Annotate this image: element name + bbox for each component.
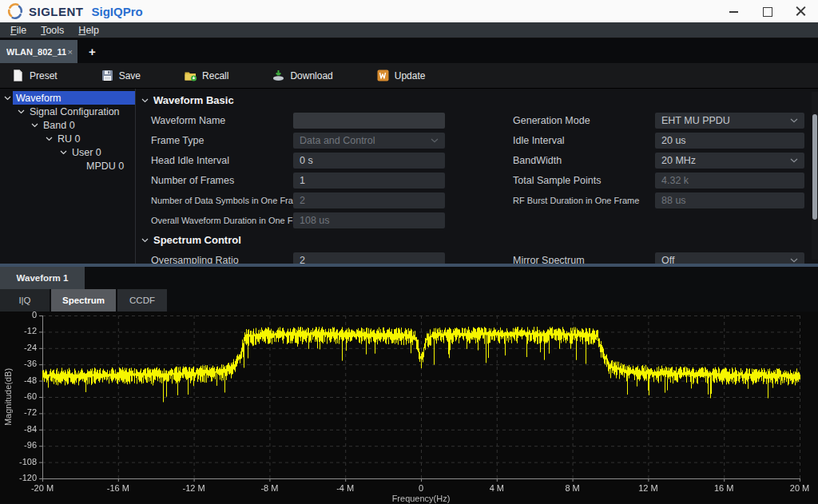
tree-item-ru-0[interactable]: RU 0 (0, 132, 135, 145)
form-panel: Waveform Basic Waveform Name Generation … (136, 89, 818, 264)
tab-spectrum[interactable]: Spectrum (51, 289, 116, 312)
toolbar: Preset Save Recall (0, 63, 818, 89)
siglent-logo-icon (6, 2, 24, 20)
idle-interval-label: Idle Interval (445, 135, 655, 146)
document-tab-bar: WLAN_802_11be × + (0, 38, 818, 63)
rf-burst-input (655, 192, 804, 208)
preset-label: Preset (30, 70, 58, 81)
chevron-down-icon (790, 118, 798, 123)
preset-button[interactable]: Preset (3, 65, 66, 85)
chevron-down-icon[interactable] (43, 133, 54, 145)
config-tree: Waveform Signal Configuration Band 0 RU … (0, 89, 136, 264)
selected-value: Off (661, 255, 674, 264)
section-title: Waveform Basic (153, 94, 234, 106)
tree-item-band-0[interactable]: Band 0 (0, 118, 135, 132)
form-scrollbar[interactable] (812, 92, 818, 260)
bandwidth-select[interactable]: 20 MHz (655, 153, 804, 169)
download-button[interactable]: Download (264, 65, 340, 85)
chevron-down-icon[interactable] (58, 147, 69, 158)
update-icon (376, 69, 390, 82)
tab-waveform-1[interactable]: Waveform 1 (0, 267, 85, 289)
close-button[interactable] (796, 6, 807, 17)
frame-type-label: Frame Type (136, 135, 293, 146)
chevron-down-icon (790, 158, 798, 163)
generation-mode-select[interactable]: EHT MU PPDU (655, 113, 804, 129)
head-idle-interval-input[interactable] (293, 153, 445, 169)
chevron-down-icon (141, 238, 149, 243)
tree-label: Signal Configuration (30, 106, 120, 117)
update-label: Update (395, 70, 426, 81)
chevron-down-icon[interactable] (2, 93, 13, 104)
waveform-name-label: Waveform Name (136, 115, 293, 126)
tree-item-signal-configuration[interactable]: Signal Configuration (0, 105, 135, 118)
tree-label: RU 0 (58, 133, 80, 145)
minimize-button[interactable] (729, 6, 740, 17)
bandwidth-label: BandWidth (445, 155, 655, 166)
waveform-name-input[interactable] (293, 113, 445, 129)
menu-file[interactable]: File (3, 25, 34, 36)
tree-label: User 0 (72, 147, 101, 158)
idle-interval-input[interactable] (655, 133, 804, 149)
waveform-tab-row: Waveform 1 (0, 267, 818, 289)
mirror-spectrum-label: Mirror Spectrum (445, 255, 655, 264)
floppy-icon (101, 69, 114, 82)
total-sample-points-label: Total Sample Points (445, 175, 655, 186)
tab-wlan-802-11be[interactable]: WLAN_802_11be × (0, 40, 77, 63)
tree-label: Band 0 (43, 120, 75, 131)
section-waveform-basic[interactable]: Waveform Basic (136, 89, 804, 112)
menu-help[interactable]: Help (71, 25, 106, 36)
total-sample-points-input (655, 173, 804, 189)
number-of-frames-label: Number of Frames (136, 175, 293, 186)
maximize-button[interactable] (762, 6, 773, 17)
selected-value: Data and Control (300, 135, 375, 146)
spectrum-chart (0, 312, 818, 503)
download-label: Download (290, 70, 332, 81)
tab-close-icon[interactable]: × (68, 47, 73, 57)
app-name: SigIQPro (92, 5, 143, 18)
frame-type-select: Data and Control (293, 133, 445, 149)
chevron-down-icon (790, 258, 798, 263)
head-idle-interval-label: Head Idle Interval (136, 155, 293, 166)
selected-value: EHT MU PPDU (661, 115, 730, 126)
data-symbols-input (293, 192, 445, 208)
generation-mode-label: Generation Mode (445, 115, 655, 126)
chevron-down-icon[interactable] (29, 120, 40, 131)
tab-iq[interactable]: I|Q (0, 289, 50, 312)
download-icon (272, 69, 285, 82)
chevron-down-icon[interactable] (15, 106, 26, 117)
tab-ccdf[interactable]: CCDF (117, 289, 167, 312)
folder-icon (184, 69, 197, 82)
spectrum-canvas[interactable] (0, 312, 818, 503)
recall-button[interactable]: Recall (176, 65, 236, 85)
tree-label: MPDU 0 (86, 161, 124, 172)
chevron-down-icon (141, 98, 149, 103)
save-label: Save (119, 70, 141, 81)
document-icon (11, 69, 25, 82)
save-button[interactable]: Save (93, 65, 149, 85)
oversampling-ratio-label: Oversampling Ratio (136, 255, 293, 264)
number-of-frames-input[interactable] (293, 173, 445, 189)
brand-text: SIGLENT (29, 5, 84, 18)
scrollbar-thumb[interactable] (812, 114, 817, 220)
section-spectrum-control[interactable]: Spectrum Control (136, 229, 804, 252)
data-symbols-label: Number of Data Symbols in One Frame (136, 196, 293, 205)
selected-value: 20 MHz (661, 155, 696, 166)
update-button[interactable]: Update (368, 65, 434, 85)
overall-duration-input (293, 212, 445, 228)
main-panel: Waveform Signal Configuration Band 0 RU … (0, 89, 818, 264)
tree-item-waveform[interactable]: Waveform (0, 91, 135, 105)
tree-item-mpdu-0[interactable]: MPDU 0 (0, 159, 135, 173)
chevron-down-icon (431, 138, 439, 143)
new-tab-button[interactable]: + (89, 45, 96, 58)
overall-duration-label: Overall Waveform Duration in One Frame (136, 216, 293, 225)
tree-item-user-0[interactable]: User 0 (0, 145, 135, 159)
mirror-spectrum-select[interactable]: Off (655, 252, 804, 264)
rf-burst-label: RF Burst Duration in One Frame (445, 196, 655, 205)
menu-bar: File Tools Help (0, 22, 818, 38)
menu-tools[interactable]: Tools (34, 25, 71, 36)
recall-label: Recall (202, 70, 228, 81)
sigiqpro-window: SIGLENT SigIQPro File Tools Help WLAN_80… (0, 0, 818, 504)
tree-label: Waveform (16, 93, 62, 104)
title-bar: SIGLENT SigIQPro (0, 0, 818, 22)
oversampling-ratio-input[interactable] (293, 252, 445, 264)
